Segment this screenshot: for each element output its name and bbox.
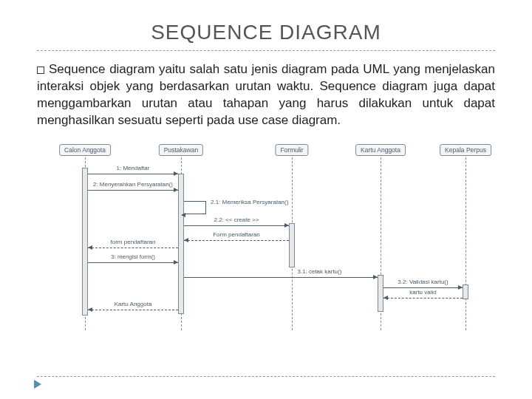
msg-label: Kartu Anggota [115,301,152,307]
activation-bar [82,168,88,316]
msg-label: 2.2: << create >> [214,216,259,223]
activation-bar [378,275,383,312]
page-title: SEQUENCE DIAGRAM [37,21,495,44]
msg-label: 3: mengisi form() [111,253,155,260]
lifeline-dash [466,157,466,330]
lifeline-formulir: Formulir [275,144,308,156]
play-icon [34,380,41,389]
msg-label: form pendaftaran [111,239,156,245]
msg-label: 1: Mendaftar [117,165,150,171]
lifeline-kartu-anggota: Kartu Anggota [355,144,406,156]
lead-word: Sequence [49,62,106,76]
description-paragraph: Sequence diagram yaitu salah satu jenis … [37,61,495,129]
msg-label: 2.1: Memeriksa Persyaratan() [211,199,288,205]
footer-divider [37,376,495,377]
activation-bar [463,284,468,299]
msg-label: 3.1: cetak kartu() [297,268,341,275]
body-remainder: diagram yaitu salah satu jenis diagram p… [37,62,495,127]
title-divider [37,50,495,51]
msg-label: 2: Menyerahkan Persyaratan() [93,181,173,188]
msg-label: 3.2: Validasi kartu() [398,279,448,285]
bullet-icon [37,66,44,74]
activation-bar [178,174,184,314]
msg-label: Form pendaftaran [213,231,260,238]
lifeline-pustakawan: Pustakawan [159,144,203,156]
lifeline-kepala-perpus: Kepala Perpus [440,144,491,156]
msg-label: kartu valid [409,289,436,296]
msg-self-memeriksa [184,201,206,214]
lifeline-calon-anggota: Calon Anggota [59,144,111,156]
activation-bar [289,223,295,267]
sequence-diagram: Calon Anggota Pustakawan Formulir Kartu … [44,138,488,330]
